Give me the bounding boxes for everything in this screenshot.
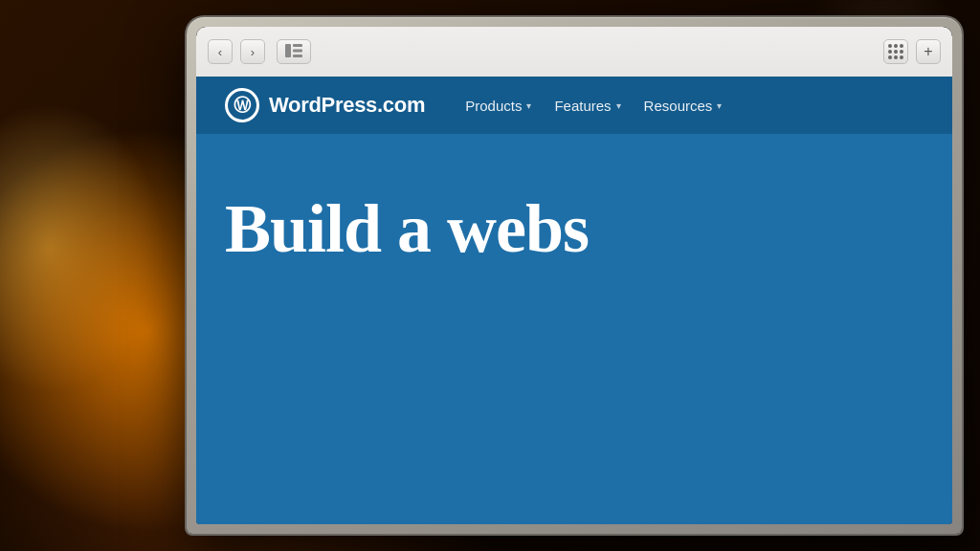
svg-rect-0 — [285, 44, 291, 57]
nav-item-resources[interactable]: Resources ▾ — [644, 98, 723, 114]
laptop-bezel: ‹ › — [196, 27, 952, 524]
svg-rect-3 — [293, 55, 302, 57]
features-chevron-icon: ▾ — [616, 100, 621, 111]
forward-button[interactable]: › — [240, 39, 265, 64]
forward-icon: › — [251, 45, 255, 59]
svg-rect-2 — [293, 49, 302, 52]
wordpress-nav: Products ▾ Features ▾ Resources ▾ — [465, 98, 722, 114]
laptop-body: ‹ › — [187, 17, 962, 534]
sidebar-toggle-button[interactable] — [277, 39, 311, 64]
wp-symbol: Ⓦ — [234, 94, 251, 117]
wordpress-logo[interactable]: Ⓦ WordPress.com — [225, 88, 425, 122]
wordpress-logo-icon: Ⓦ — [225, 88, 259, 122]
features-label: Features — [554, 98, 611, 114]
grid-icon — [888, 44, 903, 59]
back-icon: ‹ — [218, 45, 222, 59]
products-chevron-icon: ▾ — [526, 100, 531, 111]
nav-item-features[interactable]: Features ▾ — [554, 98, 620, 114]
sidebar-icon — [285, 44, 302, 60]
new-tab-button[interactable]: + — [916, 39, 941, 64]
website-viewport: Ⓦ WordPress.com Products ▾ Features ▾ Re… — [196, 77, 952, 524]
resources-chevron-icon: ▾ — [717, 100, 722, 111]
grid-view-button[interactable] — [883, 39, 908, 64]
nav-item-products[interactable]: Products ▾ — [465, 98, 531, 114]
wordpress-navbar: Ⓦ WordPress.com Products ▾ Features ▾ Re… — [196, 77, 952, 134]
back-button[interactable]: ‹ — [208, 39, 233, 64]
hero-title: Build a webs — [225, 191, 924, 267]
wordpress-logo-text: WordPress.com — [269, 93, 425, 118]
products-label: Products — [465, 98, 522, 114]
resources-label: Resources — [644, 98, 713, 114]
hero-section: Build a webs — [196, 134, 952, 296]
browser-chrome: ‹ › — [196, 27, 952, 77]
svg-rect-1 — [293, 44, 302, 47]
plus-icon: + — [924, 43, 932, 60]
